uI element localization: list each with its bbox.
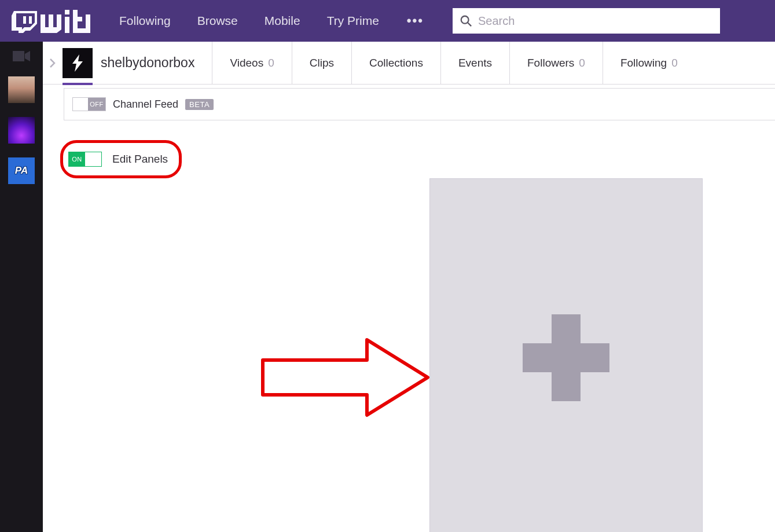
beta-badge: BETA — [185, 99, 214, 110]
edit-panels-toggle[interactable]: ON — [68, 152, 102, 167]
svg-rect-0 — [23, 16, 26, 24]
search-box[interactable] — [453, 8, 720, 34]
tab-following-label: Following — [620, 57, 667, 69]
annotation-arrow-icon — [251, 331, 436, 424]
svg-line-4 — [468, 23, 471, 26]
edit-panels-toggle-label: ON — [69, 152, 85, 166]
sidebar-channel-1[interactable] — [8, 76, 35, 103]
nav-following[interactable]: Following — [119, 14, 171, 28]
tab-following[interactable]: Following 0 — [603, 42, 695, 84]
tab-clips-label: Clips — [310, 57, 334, 69]
tab-videos-count: 0 — [268, 57, 274, 69]
svg-rect-2 — [65, 10, 69, 14]
sidebar-channel-3[interactable]: PA — [8, 157, 35, 184]
main-content: shelbydonorbox Videos 0 Clips Collection… — [43, 42, 775, 532]
channel-avatar[interactable] — [63, 48, 93, 78]
tab-collections-label: Collections — [369, 57, 423, 69]
channel-feed-strip: OFF Channel Feed BETA — [64, 88, 775, 120]
tab-following-count: 0 — [671, 57, 678, 69]
svg-point-3 — [461, 16, 469, 24]
tab-videos-label: Videos — [230, 57, 263, 69]
tab-events[interactable]: Events — [440, 42, 509, 84]
edit-panels-label: Edit Panels — [112, 153, 168, 166]
plus-icon — [523, 314, 609, 401]
sidebar-channel-3-label: PA — [15, 165, 28, 177]
channel-username[interactable]: shelbydonorbox — [101, 55, 212, 71]
svg-rect-5 — [13, 51, 24, 61]
add-panel-placeholder[interactable] — [429, 178, 703, 532]
search-input[interactable] — [478, 14, 713, 28]
sidebar: PA — [0, 42, 43, 532]
nav-mobile[interactable]: Mobile — [265, 14, 300, 28]
tab-followers[interactable]: Followers 0 — [509, 42, 603, 84]
nav-try-prime[interactable]: Try Prime — [327, 14, 379, 28]
collapse-chevron-icon[interactable] — [43, 42, 63, 84]
channel-bar: shelbydonorbox Videos 0 Clips Collection… — [43, 42, 775, 85]
tab-followers-count: 0 — [579, 57, 585, 69]
lightning-icon — [68, 53, 87, 73]
tab-events-label: Events — [458, 57, 492, 69]
nav-more-icon[interactable]: ••• — [407, 13, 424, 28]
nav-links: Following Browse Mobile Try Prime ••• — [119, 13, 424, 28]
search-icon — [460, 14, 472, 27]
svg-rect-1 — [29, 16, 32, 24]
tab-followers-label: Followers — [527, 57, 574, 69]
channel-feed-toggle[interactable]: OFF — [72, 97, 106, 111]
camera-icon[interactable] — [13, 50, 30, 63]
twitch-logo[interactable] — [10, 8, 90, 34]
tab-videos[interactable]: Videos 0 — [212, 42, 291, 84]
nav-browse[interactable]: Browse — [197, 14, 238, 28]
tab-collections[interactable]: Collections — [351, 42, 440, 84]
channel-feed-label: Channel Feed — [113, 98, 178, 111]
top-nav: Following Browse Mobile Try Prime ••• — [0, 0, 775, 42]
tab-clips[interactable]: Clips — [292, 42, 351, 84]
channel-feed-toggle-label: OFF — [88, 98, 105, 111]
sidebar-channel-2[interactable] — [8, 117, 35, 144]
edit-panels-section: ON Edit Panels — [64, 144, 178, 175]
